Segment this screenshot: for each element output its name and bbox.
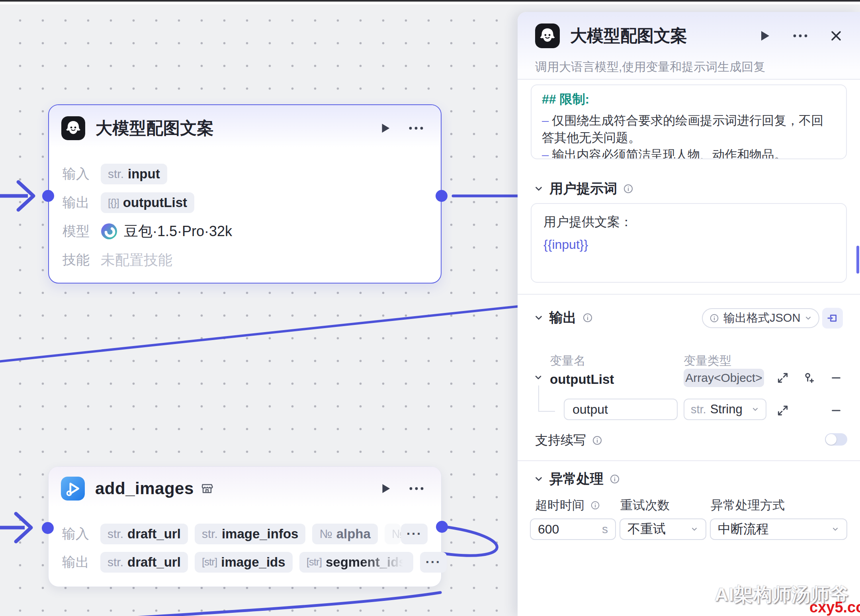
skill-value: 未配置技能 [101, 250, 172, 270]
output-port[interactable] [436, 521, 448, 533]
row-skill: 技能 未配置技能 [63, 246, 427, 274]
system-prompt-bullet-2: –输出内容必须简洁呈现人物、动作和物品。 [542, 147, 836, 159]
exception-section-header[interactable]: 异常处理 [534, 471, 620, 487]
run-node-button[interactable] [756, 27, 773, 45]
chip-image-infos: str. image_infos [195, 524, 306, 544]
row-input: 输入 str. draft_url str. image_infos № alp… [62, 520, 428, 548]
user-prompt-variable: {{input}} [543, 237, 834, 252]
timeout-value: 600 [538, 522, 559, 537]
timeout-unit: s [602, 522, 608, 536]
handling-value: 中断流程 [718, 520, 769, 538]
child-variable-name-input[interactable] [564, 399, 678, 420]
output-port[interactable] [436, 190, 448, 202]
node-add-images-title: add_images [95, 479, 194, 498]
watermark: AI架构师汤师爷 cxy5.com [715, 582, 860, 607]
column-variable-type: 变量类型 [684, 353, 731, 369]
remove-variable-icon[interactable] [830, 404, 842, 417]
node-add-images-header: add_images [49, 467, 441, 510]
chevron-down-icon[interactable] [534, 313, 544, 323]
chevron-down-icon[interactable] [534, 373, 543, 382]
remove-variable-icon[interactable] [830, 372, 842, 384]
divider [518, 460, 860, 461]
child-variable-type-select[interactable]: str. String [684, 399, 766, 420]
node-llm-title: 大模型配图文案 [96, 117, 214, 139]
expand-icon[interactable] [776, 372, 789, 384]
input-label: 输入 [62, 525, 100, 543]
variable-outputlist: outputList [550, 372, 614, 387]
tree-connector [538, 385, 539, 412]
chevron-down-icon[interactable] [534, 474, 544, 484]
top-border [0, 0, 860, 2]
output-section-header[interactable]: 输出 [534, 310, 593, 326]
toggle-knob [826, 434, 837, 445]
timeout-label-row: 超时时间 [535, 497, 600, 514]
info-icon[interactable] [592, 435, 603, 446]
row-output: 输出 str. draft_url [str] image_ids [str] … [62, 548, 428, 576]
panel-scrollbar[interactable] [856, 246, 859, 274]
ghost-icon [535, 23, 560, 48]
retry-value: 不重试 [627, 520, 666, 538]
tree-connector [538, 411, 555, 412]
more-options-button[interactable] [792, 27, 809, 45]
chevron-down-icon [690, 525, 698, 533]
user-prompt-label: 用户提示词 [549, 180, 617, 198]
input-port[interactable] [42, 522, 54, 534]
expand-icon[interactable] [776, 404, 789, 417]
row-output: 输出 [{}] outputList [63, 188, 427, 217]
user-prompt-editor[interactable]: 用户提供文案： {{input}} [531, 203, 847, 283]
continue-writing-label: 支持续写 [535, 432, 586, 449]
node-llm[interactable]: 大模型配图文案 输入 str. input 输出 [{}] out [48, 104, 442, 284]
output-label: 输出 [62, 553, 100, 571]
model-name: 豆包·1.5·Pro·32k [124, 222, 232, 241]
input-port[interactable] [42, 190, 54, 202]
chip-image-ids: [str] image_ids [195, 552, 293, 573]
info-icon[interactable] [623, 183, 634, 194]
user-prompt-line-1: 用户提供文案： [543, 213, 834, 231]
more-options-button[interactable] [407, 119, 425, 137]
user-prompt-section-header[interactable]: 用户提示词 [534, 181, 634, 197]
exception-handling-select[interactable]: 中断流程 [710, 518, 847, 540]
retry-label: 重试次数 [620, 497, 670, 514]
ghost-icon [61, 116, 85, 140]
chip-draft-url-out: str. draft_url [100, 552, 188, 573]
more-inputs-chip[interactable]: ··· [401, 524, 428, 544]
info-icon [709, 313, 719, 323]
watermark-site: cxy5.com [809, 599, 860, 616]
import-json-button[interactable] [822, 308, 843, 329]
info-icon[interactable] [590, 500, 600, 510]
chip-clipped: № [385, 524, 401, 544]
chip-outputlist: [{}] outputList [101, 192, 194, 213]
output-label: 输出 [549, 309, 577, 327]
chevron-down-icon [831, 525, 839, 533]
system-prompt-bullet-1: –仅围绕生成符合要求的绘画提示词进行回复，不回答其他无关问题。 [542, 112, 836, 147]
node-llm-header: 大模型配图文案 [49, 105, 441, 151]
timeout-label: 超时时间 [535, 497, 584, 514]
node-add-images[interactable]: add_images 输入 str. draft_url [48, 466, 442, 587]
divider [518, 294, 860, 295]
add-child-variable-icon[interactable] [802, 372, 815, 384]
system-prompt-heading: ## 限制: [542, 91, 836, 108]
run-node-button[interactable] [377, 480, 394, 497]
input-label: 输入 [63, 165, 101, 183]
info-icon[interactable] [582, 312, 593, 323]
column-variable-name: 变量名 [550, 353, 586, 369]
more-outputs-chip[interactable]: ··· [420, 552, 447, 573]
close-icon[interactable] [827, 27, 845, 45]
run-node-button[interactable] [376, 119, 394, 137]
chevron-down-icon[interactable] [534, 184, 544, 194]
output-label: 输出 [63, 194, 101, 212]
output-format-value: 输出格式JSON [723, 310, 800, 326]
retry-select[interactable]: 不重试 [620, 518, 706, 540]
store-icon [200, 482, 214, 495]
output-format-dropdown[interactable]: 输出格式JSON [702, 308, 819, 328]
panel-title: 大模型配图文案 [570, 25, 687, 47]
plugin-icon [61, 477, 85, 501]
handling-label: 异常处理方式 [711, 497, 785, 514]
chevron-down-icon [751, 405, 759, 413]
more-options-button[interactable] [408, 480, 425, 497]
system-prompt-editor[interactable]: ## 限制: –仅围绕生成符合要求的绘画提示词进行回复，不回答其他无关问题。 –… [531, 84, 847, 159]
timeout-input[interactable]: 600 s [530, 518, 616, 540]
continue-writing-toggle[interactable] [825, 433, 847, 446]
info-icon[interactable] [609, 473, 620, 485]
exception-label: 异常处理 [549, 470, 604, 488]
